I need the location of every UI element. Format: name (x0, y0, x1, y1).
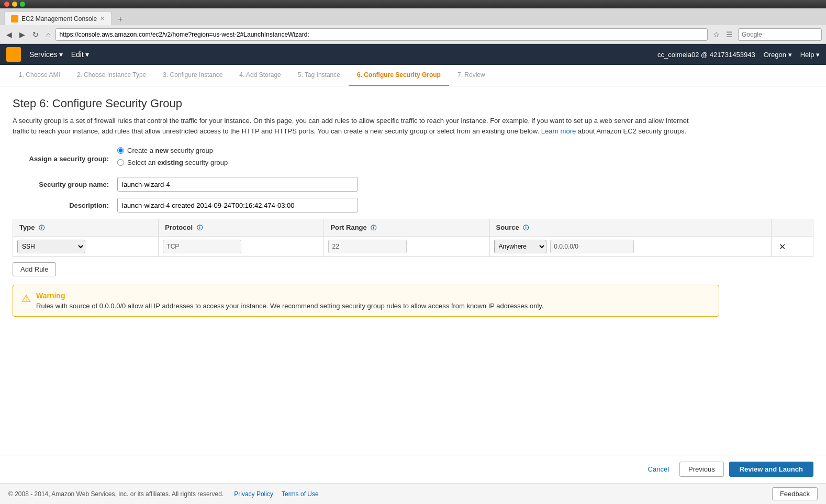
wizard-step-3[interactable]: 3. Configure Instance (154, 65, 231, 86)
warning-box: ⚠ Warning Rules with source of 0.0.0.0/0… (13, 285, 719, 317)
aws-nav: Services ▾ Edit ▾ cc_colmeia02 @ 4217314… (0, 44, 826, 65)
type-header: Type ⓘ (13, 219, 159, 237)
services-menu-button[interactable]: Services ▾ (29, 50, 63, 59)
wizard-step-1[interactable]: 1. Choose AMI (10, 65, 69, 86)
browser-icons: ☆ ☰ (711, 29, 735, 40)
add-rule-button[interactable]: Add Rule (13, 262, 56, 276)
tab-close-button[interactable]: ✕ (100, 15, 105, 22)
warning-text: Rules with source of 0.0.0.0/0 allow all… (36, 302, 543, 310)
tab-favicon (11, 15, 18, 23)
select-existing-radio[interactable] (117, 159, 124, 166)
minimize-traffic-light[interactable] (12, 2, 17, 7)
source-header: Source ⓘ (489, 219, 772, 237)
wizard-step-4[interactable]: 4. Add Storage (231, 65, 289, 86)
warning-icon: ⚠ (21, 292, 31, 305)
wizard-step-5[interactable]: 5. Tag Instance (289, 65, 349, 86)
forward-button[interactable]: ▶ (17, 29, 27, 40)
protocol-header: Protocol ⓘ (159, 219, 324, 237)
wizard-steps: 1. Choose AMI 2. Choose Instance Type 3.… (0, 65, 826, 86)
reload-button[interactable]: ↻ (30, 29, 41, 40)
wizard-step-2[interactable]: 2. Choose Instance Type (69, 65, 155, 86)
radio-options: Create a new security group Select an ex… (117, 147, 228, 171)
rules-table: Type ⓘ Protocol ⓘ Port Range ⓘ Source ⓘ (13, 219, 813, 257)
aws-nav-right: cc_colmeia02 @ 421731453943 Oregon ▾ Hel… (657, 51, 820, 59)
edit-label: Edit (71, 50, 84, 59)
description-label: Description: (13, 201, 117, 209)
select-existing-radio-option[interactable]: Select an existing security group (117, 159, 228, 166)
browser-search-input[interactable] (738, 28, 822, 41)
table-header-row: Type ⓘ Protocol ⓘ Port Range ⓘ Source ⓘ (13, 219, 813, 237)
browser-tab-bar: EC2 Management Console ✕ + (0, 8, 826, 25)
security-group-name-input[interactable] (117, 177, 358, 192)
protocol-info-icon[interactable]: ⓘ (197, 225, 203, 231)
delete-cell: ✕ (772, 237, 813, 257)
source-cell: Anywhere Custom My IP (489, 237, 772, 257)
services-chevron-icon: ▾ (59, 50, 63, 59)
source-info-icon[interactable]: ⓘ (523, 225, 529, 231)
menu-icon[interactable]: ☰ (724, 29, 735, 40)
assign-label: Assign a security group: (13, 155, 117, 163)
source-select[interactable]: Anywhere Custom My IP (494, 240, 546, 253)
new-tab-button[interactable]: + (116, 14, 125, 25)
page-title: Step 6: Configure Security Group (13, 97, 813, 110)
learn-more-link[interactable]: Learn more (541, 127, 576, 135)
edit-chevron-icon: ▾ (85, 50, 89, 59)
main-content: Step 6: Configure Security Group A secur… (0, 86, 826, 390)
table-row: SSH HTTP HTTPS Custom TCP Rule Anywhere … (13, 237, 813, 257)
warning-content: Warning Rules with source of 0.0.0.0/0 a… (36, 292, 543, 310)
edit-menu-button[interactable]: Edit ▾ (71, 50, 89, 59)
browser-top-bar (0, 0, 826, 8)
page-description: A security group is a set of firewall ru… (13, 116, 693, 136)
type-cell: SSH HTTP HTTPS Custom TCP Rule (13, 237, 159, 257)
back-button[interactable]: ◀ (4, 29, 14, 40)
description-input[interactable] (117, 198, 358, 212)
region-selector[interactable]: Oregon ▾ (764, 51, 792, 59)
url-bar[interactable] (55, 28, 708, 41)
type-info-icon[interactable]: ⓘ (39, 225, 44, 231)
port-range-input (328, 240, 407, 253)
tab-title: EC2 Management Console (21, 15, 97, 23)
home-button[interactable]: ⌂ (44, 29, 52, 40)
description-row: Description: (13, 198, 813, 212)
assign-security-group-row: Assign a security group: Create a new se… (13, 147, 813, 171)
port-range-cell (324, 237, 489, 257)
services-label: Services (29, 50, 58, 59)
actions-header (772, 219, 813, 237)
security-group-name-label: Security group name: (13, 181, 117, 188)
warning-title: Warning (36, 292, 543, 300)
traffic-lights (4, 2, 25, 7)
delete-rule-button[interactable]: ✕ (776, 241, 789, 253)
account-info[interactable]: cc_colmeia02 @ 421731453943 (657, 51, 755, 59)
aws-logo (6, 47, 21, 62)
browser-tab[interactable]: EC2 Management Console ✕ (4, 12, 111, 25)
protocol-input (163, 240, 241, 253)
create-new-radio[interactable] (117, 147, 124, 154)
maximize-traffic-light[interactable] (20, 2, 25, 7)
type-select[interactable]: SSH HTTP HTTPS Custom TCP Rule (17, 240, 85, 253)
port-range-header: Port Range ⓘ (324, 219, 489, 237)
protocol-cell (159, 237, 324, 257)
source-cidr-input (550, 240, 634, 253)
help-menu[interactable]: Help ▾ (800, 51, 820, 59)
wizard-step-7[interactable]: 7. Review (449, 65, 494, 86)
security-group-name-row: Security group name: (13, 177, 813, 192)
port-range-info-icon[interactable]: ⓘ (371, 225, 376, 231)
wizard-step-6[interactable]: 6. Configure Security Group (349, 65, 449, 86)
browser-url-bar: ◀ ▶ ↻ ⌂ ☆ ☰ (0, 25, 826, 44)
close-traffic-light[interactable] (4, 2, 9, 7)
create-new-radio-option[interactable]: Create a new security group (117, 147, 228, 154)
bookmark-icon[interactable]: ☆ (711, 29, 722, 40)
